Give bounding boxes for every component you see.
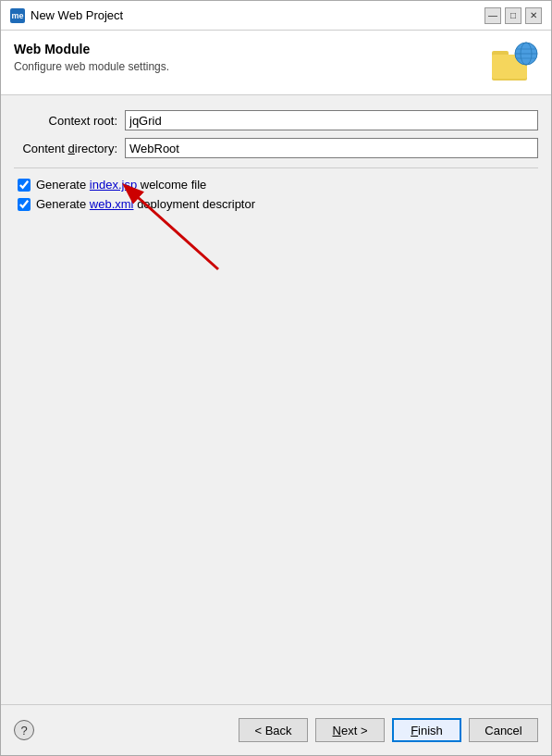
separator (14, 167, 538, 168)
checkbox-row-2: Generate web.xml deployment descriptor (14, 197, 538, 211)
main-window: me New Web Project — □ ✕ Web Module Conf… (0, 0, 552, 756)
context-root-label: Context root: (14, 114, 125, 128)
page-title: Web Module (14, 42, 169, 56)
web-xml-link: web.xml (90, 197, 134, 211)
title-bar: me New Web Project — □ ✕ (1, 1, 551, 31)
generate-index-checkbox[interactable] (18, 179, 31, 192)
generate-index-label: Generate index.jsp welcome file (36, 178, 206, 192)
window-title: New Web Project (31, 8, 123, 22)
content-directory-row: Content directory: (14, 138, 538, 158)
generate-webxml-label: Generate web.xml deployment descriptor (36, 197, 255, 211)
title-bar-left: me New Web Project (10, 8, 123, 23)
content-area: Context root: Content directory: Generat… (1, 95, 551, 704)
header-icon (492, 42, 538, 83)
index-jsp-link: index.jsp (90, 178, 137, 192)
generate-webxml-checkbox[interactable] (18, 198, 31, 211)
title-bar-controls: — □ ✕ (485, 7, 542, 24)
content-directory-label: Content directory: (14, 142, 125, 155)
footer-left: ? (14, 720, 34, 740)
finish-button[interactable]: Finish (392, 718, 461, 742)
footer: ? < Back NNext >ext > Finish Cancel (1, 704, 551, 755)
minimize-button[interactable]: — (485, 7, 501, 24)
context-root-input[interactable] (125, 110, 538, 130)
maximize-button[interactable]: □ (505, 7, 521, 24)
content-directory-input[interactable] (125, 138, 538, 158)
app-icon: me (10, 8, 25, 23)
cancel-button[interactable]: Cancel (469, 718, 538, 742)
back-button[interactable]: < Back (239, 718, 308, 742)
header-section: Web Module Configure web module settings… (1, 31, 551, 95)
header-text: Web Module Configure web module settings… (14, 42, 169, 73)
page-subtitle: Configure web module settings. (14, 60, 169, 73)
checkbox-row-1: Generate index.jsp welcome file (14, 178, 538, 192)
footer-right: < Back NNext >ext > Finish Cancel (239, 718, 538, 742)
red-arrow-annotation (75, 158, 260, 279)
help-button[interactable]: ? (14, 720, 34, 740)
next-button[interactable]: NNext >ext > (315, 718, 385, 742)
context-root-row: Context root: (14, 110, 538, 130)
close-button[interactable]: ✕ (525, 7, 542, 24)
